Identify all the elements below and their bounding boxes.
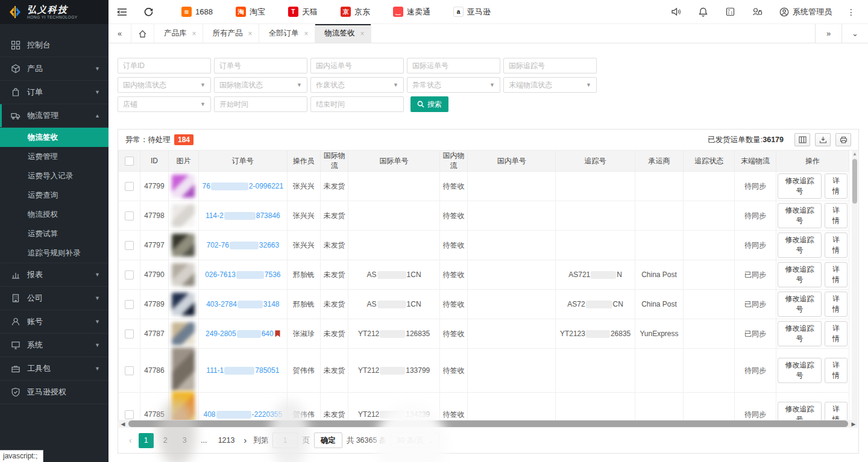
detail-button[interactable]: 详情: [825, 203, 848, 228]
filter-input-国际追踪号[interactable]: [503, 58, 597, 73]
table-scroll-area[interactable]: ID图片订单号操作员国际物流国际单号国内物流国内单号追踪号承运商追踪状态末端物流…: [118, 150, 858, 422]
page-button-2[interactable]: 2: [158, 433, 173, 448]
filter-input-国内运单号[interactable]: [310, 58, 404, 73]
calculator-icon[interactable]: [717, 0, 744, 24]
edit-tracking-button[interactable]: 修改追踪号: [778, 262, 822, 287]
tabs-scroll-left-icon[interactable]: «: [108, 24, 131, 43]
detail-button[interactable]: 详情: [825, 233, 848, 258]
page-button-3[interactable]: 3: [177, 433, 192, 448]
select-all-checkbox[interactable]: [125, 157, 134, 166]
more-menu-icon[interactable]: ⋮: [840, 7, 862, 17]
platform-tmall[interactable]: T天猫: [277, 0, 329, 24]
sidebar-item-系统[interactable]: 系统▼: [0, 334, 108, 357]
row-checkbox[interactable]: [125, 270, 134, 279]
sidebar-subitem-物流授权[interactable]: 物流授权: [0, 205, 108, 224]
product-thumbnail[interactable]: [172, 293, 195, 316]
filter-select-国内物流状态[interactable]: 国内物流状态▼: [118, 77, 211, 93]
export-icon[interactable]: [815, 133, 831, 146]
order-number-link[interactable]: 026-76137536: [205, 270, 280, 279]
platform-amazon[interactable]: a亚马逊: [442, 0, 502, 24]
search-button[interactable]: 搜索: [410, 96, 448, 112]
edit-tracking-button[interactable]: 修改追踪号: [778, 173, 822, 199]
order-number-link[interactable]: 403-27843148: [206, 300, 279, 308]
tab-产品库[interactable]: 产品库×: [154, 24, 203, 43]
next-page-icon[interactable]: ›: [241, 435, 249, 445]
goto-page-input[interactable]: [272, 432, 298, 448]
platform-aliexpress[interactable]: ‿速卖通: [382, 0, 442, 24]
row-checkbox[interactable]: [125, 329, 134, 339]
product-thumbnail[interactable]: [172, 234, 195, 257]
row-checkbox[interactable]: [125, 366, 134, 375]
filter-select-国际物流状态[interactable]: 国际物流状态▼: [214, 77, 307, 93]
edit-tracking-button[interactable]: 修改追踪号: [778, 358, 822, 383]
edit-tracking-button[interactable]: 修改追踪号: [778, 292, 822, 317]
edit-tracking-button[interactable]: 修改追踪号: [778, 203, 822, 228]
filter-input-结束时间[interactable]: [310, 96, 404, 112]
sidebar-item-工具包[interactable]: 工具包▼: [0, 357, 108, 381]
sidebar-item-公司[interactable]: 公司▼: [0, 287, 108, 310]
filter-input-开始时间[interactable]: [214, 96, 307, 112]
sidebar-item-产品[interactable]: 产品▼: [0, 57, 108, 81]
row-checkbox[interactable]: [125, 241, 134, 250]
platform-1688[interactable]: ≋1688: [170, 0, 224, 24]
filter-select-异常状态[interactable]: 异常状态▼: [407, 77, 500, 93]
product-thumbnail[interactable]: [172, 322, 195, 345]
page-button-1213[interactable]: 1213: [216, 433, 237, 448]
tab-物流签收[interactable]: 物流签收×: [315, 24, 371, 43]
refresh-icon[interactable]: [135, 0, 162, 24]
page-button-1[interactable]: 1: [139, 433, 154, 448]
tabs-scroll-right-icon[interactable]: »: [815, 24, 841, 43]
filter-select-末端物流状态[interactable]: 末端物流状态▼: [503, 77, 597, 93]
row-checkbox[interactable]: [125, 182, 134, 191]
collapse-menu-icon[interactable]: [108, 0, 135, 24]
order-number-link[interactable]: 762-0996221: [202, 182, 283, 190]
sidebar-item-控制台[interactable]: 控制台: [0, 34, 108, 57]
columns-icon[interactable]: [794, 133, 810, 146]
page-size-select[interactable]: 30 条/页 ⌄: [391, 432, 439, 448]
sidebar-subitem-运费导入记录[interactable]: 运费导入记录: [0, 166, 108, 186]
vertical-scroll-thumb[interactable]: [852, 159, 857, 204]
horizontal-scroll-thumb[interactable]: [128, 420, 848, 427]
filter-input-订单号[interactable]: [214, 58, 307, 73]
tab-所有产品[interactable]: 所有产品×: [203, 24, 259, 43]
pending-count-badge[interactable]: 184: [174, 134, 193, 145]
order-number-link[interactable]: 408-2220355: [203, 410, 282, 419]
close-icon[interactable]: ×: [360, 30, 365, 38]
app-logo[interactable]: 弘义科技 HONG YI TECHNOLOGY: [0, 0, 108, 24]
sidebar-item-报表[interactable]: 报表▼: [0, 263, 108, 287]
sidebar-item-账号[interactable]: 账号▼: [0, 310, 108, 334]
user-menu[interactable]: 系统管理员: [771, 7, 840, 17]
notifications-bell-icon[interactable]: [690, 0, 717, 24]
filter-select-店铺[interactable]: 店铺▼: [118, 96, 211, 112]
announcement-icon[interactable]: [662, 0, 690, 24]
multi-account-icon[interactable]: [744, 0, 771, 24]
close-icon[interactable]: ×: [192, 30, 197, 38]
product-thumbnail[interactable]: [172, 392, 195, 422]
horizontal-scrollbar[interactable]: ◀ ▶: [119, 420, 858, 428]
product-thumbnail[interactable]: [172, 204, 195, 227]
close-icon[interactable]: ×: [248, 30, 253, 38]
detail-button[interactable]: 详情: [825, 402, 848, 422]
edit-tracking-button[interactable]: 修改追踪号: [778, 233, 822, 258]
sidebar-subitem-运费查询[interactable]: 运费查询: [0, 186, 108, 205]
print-icon[interactable]: [835, 133, 851, 146]
platform-taobao[interactable]: 淘淘宝: [224, 0, 277, 24]
scroll-up-icon[interactable]: ▲: [852, 151, 858, 158]
row-checkbox[interactable]: [125, 410, 134, 419]
order-number-link[interactable]: 111-1785051: [206, 366, 279, 375]
order-number-link[interactable]: 702-7632663: [206, 241, 279, 249]
edit-tracking-button[interactable]: 修改追踪号: [778, 321, 822, 346]
prev-page-icon[interactable]: ‹: [127, 435, 134, 445]
detail-button[interactable]: 详情: [825, 292, 848, 317]
sidebar-subitem-运费管理[interactable]: 运费管理: [0, 147, 108, 166]
product-thumbnail[interactable]: [172, 263, 195, 286]
row-checkbox[interactable]: [125, 300, 134, 309]
sidebar-subitem-物流签收[interactable]: 物流签收: [0, 128, 108, 147]
detail-button[interactable]: 详情: [825, 173, 848, 199]
goto-confirm-button[interactable]: 确定: [314, 432, 342, 448]
row-checkbox[interactable]: [125, 211, 134, 220]
edit-tracking-button[interactable]: 修改追踪号: [778, 402, 822, 422]
scroll-right-icon[interactable]: ▶: [849, 421, 858, 427]
product-thumbnail[interactable]: [172, 175, 195, 198]
tabs-menu-icon[interactable]: ⌄: [841, 24, 868, 43]
